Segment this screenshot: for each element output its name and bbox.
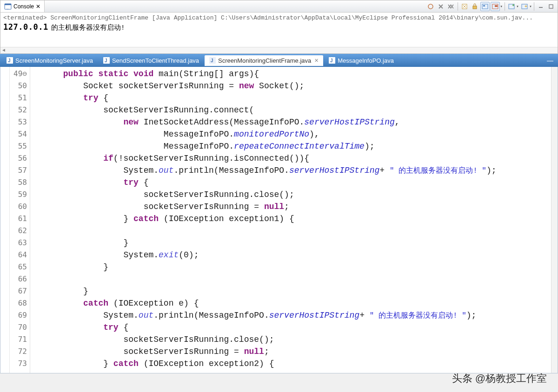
svg-rect-15 (549, 5, 553, 8)
svg-point-3 (428, 4, 433, 9)
line-number: 51 (10, 92, 30, 104)
editor-tab-label: ScreenMonitoringClientFrame.java (218, 57, 311, 64)
svg-rect-5 (473, 6, 477, 9)
console-tabbar: _ Console ✕ ▼ ▼ + ▼ (0, 0, 558, 13)
open-console-icon[interactable] (507, 2, 516, 11)
line-number: 50 (10, 80, 30, 92)
line-number: 71 (10, 333, 30, 346)
java-file-icon: J (103, 57, 110, 64)
console-tab-label: Console (13, 3, 34, 10)
editor-tab-server[interactable]: J ScreenMonitoringServer.java (2, 55, 98, 66)
line-number-gutter: 49⊖ 50 51 52 53 54 55 56 57 58 59 60 61 … (10, 67, 30, 373)
editor-area: 49⊖ 50 51 52 53 54 55 56 57 58 59 60 61 … (0, 67, 558, 373)
svg-rect-7 (483, 5, 485, 7)
line-number: 49⊖ (10, 68, 30, 80)
line-number: 69 (10, 309, 30, 321)
console-toolbar: ▼ ▼ + ▼ (426, 2, 558, 11)
line-number: 67 (10, 285, 30, 297)
line-number: 52 (10, 104, 30, 116)
console-panel: _ Console ✕ ▼ ▼ + ▼ <terminated> ScreenM… (0, 0, 558, 54)
separator (458, 2, 458, 11)
minimize-icon[interactable] (536, 2, 545, 11)
overview-ruler[interactable] (551, 67, 558, 373)
scroll-lock-icon[interactable] (470, 2, 479, 11)
editor-tabbar: J ScreenMonitoringServer.java J SendScre… (0, 54, 558, 67)
console-horizontal-scrollbar[interactable]: ◄ (0, 47, 558, 53)
line-number: 58 (10, 176, 30, 189)
chevron-down-icon[interactable]: ▼ (516, 5, 519, 8)
pin-console-icon[interactable] (480, 2, 490, 11)
line-number: 68 (10, 297, 30, 309)
line-number: 62 (10, 225, 30, 237)
line-number: 73 (10, 358, 30, 370)
line-number: 56 (10, 152, 30, 164)
java-file-icon: J (7, 57, 13, 64)
editor-tab-sendscreen[interactable]: J SendScreenToClientThread.java (99, 55, 204, 66)
console-tab[interactable]: _ Console ✕ (0, 0, 45, 12)
minimize-editor-icon[interactable]: ― (547, 57, 556, 64)
console-output-line: 127.0.0.1 的主机服务器没有启动! (3, 21, 555, 32)
line-number: 60 (10, 201, 30, 213)
chevron-down-icon[interactable]: ▼ (529, 5, 532, 8)
maximize-icon[interactable] (546, 2, 556, 11)
clear-console-icon[interactable] (460, 2, 469, 11)
line-number: 70 (10, 321, 30, 333)
code-content[interactable]: public static void main(String[] args){ … (30, 67, 551, 373)
console-body: <terminated> ScreenMonitoringClientFrame… (0, 13, 558, 47)
svg-rect-14 (539, 7, 543, 8)
separator (505, 2, 505, 11)
line-number: 61 (10, 213, 30, 225)
marker-column (0, 67, 10, 373)
console-icon: _ (4, 3, 12, 10)
separator (534, 2, 534, 11)
svg-text:J: J (105, 58, 107, 63)
editor-tab-clientframe[interactable]: J ScreenMonitoringClientFrame.java ✕ (205, 55, 323, 66)
chevron-down-icon[interactable]: ▼ (500, 5, 503, 8)
line-number: 63 (10, 237, 30, 249)
line-number: 59 (10, 189, 30, 201)
close-icon[interactable]: ✕ (314, 58, 319, 64)
line-number: 54 (10, 128, 30, 140)
line-number: 66 (10, 273, 30, 285)
line-number: 57 (10, 164, 30, 176)
line-number: 65 (10, 261, 30, 273)
editor-tab-label: ScreenMonitoringServer.java (15, 57, 93, 64)
line-number: 55 (10, 140, 30, 152)
remove-launch-icon[interactable] (436, 2, 445, 11)
console-output-ip: 127.0.0.1 (3, 22, 48, 32)
java-file-icon: J (329, 57, 335, 64)
new-console-icon[interactable]: + (520, 2, 529, 11)
console-output-msg: 的主机服务器没有启动! (51, 23, 125, 32)
svg-text:_: _ (6, 5, 9, 9)
console-status-line: <terminated> ScreenMonitoringClientFrame… (3, 14, 555, 21)
editor-tab-label: SendScreenToClientThread.java (112, 57, 199, 64)
close-icon[interactable]: ✕ (36, 3, 40, 10)
svg-point-11 (512, 4, 514, 6)
editor-tab-label: MessageInfoPO.java (338, 57, 394, 64)
svg-text:J: J (8, 58, 11, 63)
editor-tab-messageinfo[interactable]: J MessageInfoPO.java (324, 55, 399, 66)
java-file-icon: J (209, 57, 216, 64)
svg-rect-9 (495, 5, 498, 7)
svg-text:J: J (211, 58, 213, 63)
watermark: 头条 @杨教授工作室 (452, 372, 547, 385)
display-console-icon[interactable] (491, 2, 500, 11)
line-number: 53 (10, 116, 30, 128)
svg-text:J: J (330, 58, 333, 63)
remove-all-launches-icon[interactable] (446, 2, 456, 11)
line-number: 72 (10, 346, 30, 358)
stop-icon[interactable] (426, 2, 435, 11)
svg-text:+: + (525, 4, 527, 9)
line-number: 64 (10, 249, 30, 261)
